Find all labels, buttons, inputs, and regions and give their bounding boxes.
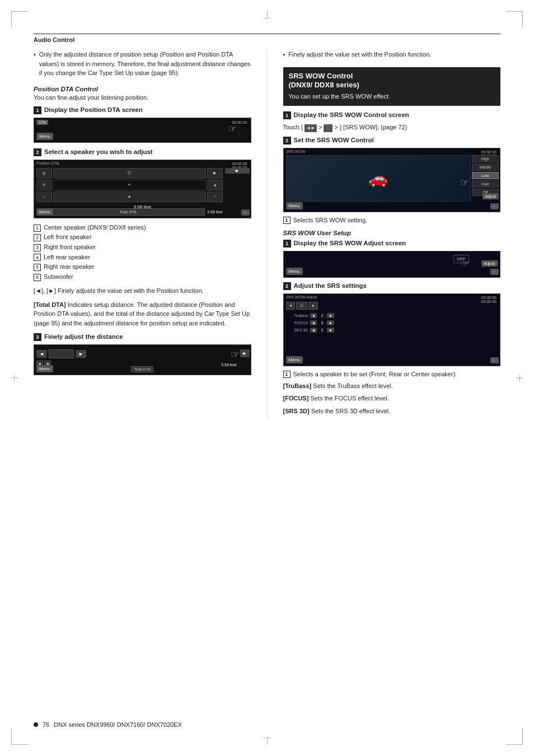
step2-label: Select a speaker you wish to adjust xyxy=(44,148,153,155)
srs3d-right[interactable]: ► xyxy=(327,328,334,333)
hand-icon-fine: ☞ xyxy=(231,348,240,361)
srs-step1-label: Display the SRS WOW Control screen xyxy=(294,111,409,118)
speaker-num-1: 1 xyxy=(34,225,41,232)
car-icon: 🚗 xyxy=(368,169,388,188)
speaker-label-3: Right front speaker xyxy=(44,242,96,253)
opt-user: User xyxy=(472,180,499,188)
footer-page: 76 xyxy=(43,721,49,728)
sp-sel-icon: ⊡ xyxy=(296,302,307,310)
speaker-label-5: Right rear speaker xyxy=(44,262,95,272)
arrow-row: ◄ ► xyxy=(36,349,86,358)
srs-step1-heading: 1 Display the SRS WOW Control screen xyxy=(283,111,501,119)
adj-screen-label: SRS WOW Adjust xyxy=(286,295,317,299)
srs3d-value: 2 xyxy=(318,328,325,332)
position-dta-title: Position DTA Control xyxy=(34,86,251,92)
sp-bot-right: ☞ xyxy=(207,192,223,202)
srs-step2-label: Set the SRS WOW Control xyxy=(294,137,374,143)
focus-right[interactable]: ► xyxy=(327,320,334,325)
back-btn-step2: ← xyxy=(241,209,250,216)
srs-screen-label: SRS WOW xyxy=(286,150,306,153)
trubass-right[interactable]: ► xyxy=(327,313,334,318)
sp-b-left: B xyxy=(36,168,52,179)
sp-b-right: ▶ xyxy=(207,168,223,179)
page-footer: 76 DNX series DNX9960/ DNX7160/ DNX7020E… xyxy=(34,721,500,728)
corner-mark-tr xyxy=(506,11,523,28)
speaker-num-3: 3 xyxy=(34,244,41,251)
value-fine: 5.58 feet xyxy=(221,363,236,367)
left-center-crosshair xyxy=(11,378,18,379)
setup-adjust-btn[interactable]: Adjust xyxy=(481,260,498,267)
srs-adjust-btn[interactable]: Adjust xyxy=(483,193,499,199)
srs-image-area: 🚗 xyxy=(286,155,471,202)
total-dta-btn: Total DTA xyxy=(51,208,205,216)
trubass-value: 2 xyxy=(318,314,325,318)
trubass-note-desc: Sets the TruBass effect level. xyxy=(313,382,392,389)
srs-step1-num: 1 xyxy=(283,111,291,119)
trubass-left[interactable]: ◄ xyxy=(310,313,317,318)
srs-menu-btn: Menu xyxy=(286,202,303,209)
step3-heading: 3 Finely adjust the distance xyxy=(34,333,251,341)
speaker-label-6: Subwoofer xyxy=(44,272,73,282)
speaker-num-4: 4 xyxy=(34,254,41,261)
adj-rows: TruBass ◄ 2 ► FOCUS ◄ 3 ► xyxy=(286,313,498,333)
right-panel: ▶ xyxy=(225,168,250,202)
footer-text: DNX series DNX9960/ DNX7160/ DNX7020EX xyxy=(54,721,182,728)
fine-adjust-note: [◄], [►] Finely adjusts the value set wi… xyxy=(34,286,251,296)
menu-btn-step2: Menu xyxy=(36,208,53,216)
speaker-item-1: 1 Center speaker (DNX9/ DDX8 series) xyxy=(34,223,251,233)
srs3d-note-desc: Sets the SRS 3D effect level. xyxy=(311,408,391,414)
right-bullet-dot: • xyxy=(283,50,285,59)
total-dta-value: 5.58 feet xyxy=(207,210,222,214)
corner-mark-tl xyxy=(11,11,28,28)
step3-num: 3 xyxy=(34,333,41,341)
opt-middle: Middle xyxy=(472,164,499,171)
focus-left[interactable]: ◄ xyxy=(310,320,317,325)
total-dta-fine: Total DTA xyxy=(131,366,153,372)
adj-time: 00:00:0000:00:00 xyxy=(480,295,498,304)
setup-step2-num: 2 xyxy=(283,282,291,290)
srs-back-btn: ← xyxy=(490,203,499,209)
setup-note1-num: 1 xyxy=(283,371,291,378)
setup-note1: 1 Selects a speaker to be set (Front, Re… xyxy=(283,371,501,378)
footer-dot xyxy=(34,722,38,727)
fine-adjust-note-text: [◄], [►] Finely adjusts the value set wi… xyxy=(34,287,204,294)
speaker-item-5: 5 Right rear speaker xyxy=(34,262,251,272)
empty-box xyxy=(49,349,74,358)
setup-step2-heading: 2 Adjust the SRS settings xyxy=(283,282,501,290)
corner-mark-br xyxy=(506,728,523,745)
position-dta-desc: You can fine-adjust your listening posit… xyxy=(34,94,251,102)
speaker-item-6: 6 Subwoofer xyxy=(34,272,251,282)
srs3d-row: SRS 3D ◄ 2 ► xyxy=(286,328,498,333)
opt-high: High xyxy=(472,155,499,162)
left-arrow-btn: ◄ xyxy=(36,350,47,358)
srs-wow-title-line1: SRS WOW Control xyxy=(289,72,353,80)
right-column: • Finely adjust the value set with the P… xyxy=(283,50,501,419)
nav-right-btn: ▶ xyxy=(225,168,250,174)
right-bullet-item: • Finely adjust the value set with the P… xyxy=(283,50,501,59)
touch-arrow-sep: > xyxy=(318,124,324,130)
focus-value: 3 xyxy=(318,321,325,325)
left-bullet-section: • Only the adjusted distance of position… xyxy=(34,50,251,78)
total-dta-note-desc: Indicates setup distance. The adjusted d… xyxy=(34,301,250,326)
srs-step2-heading: 2 Set the SRS WOW Control xyxy=(283,137,501,144)
setup-hand-icon: ☞ xyxy=(461,258,469,269)
note1-num: 1 xyxy=(283,217,291,224)
setup-back-btn: ← xyxy=(490,269,499,275)
srs-wow-screen: SRS WOW 00:00:0000:00:00 🚗 ☞ High Middle… xyxy=(283,148,501,212)
right-btns: ► xyxy=(240,349,250,357)
speaker-label-1: Center speaker (DNX9/ DDX8 series) xyxy=(44,223,146,233)
speaker-item-3: 3 Right front speaker xyxy=(34,242,251,253)
srs3d-left[interactable]: ◄ xyxy=(310,328,317,333)
sp-right-mid: ◄ xyxy=(207,180,223,190)
srs-wow-box: SRS WOW Control (DNX9/ DDX8 series) You … xyxy=(283,67,501,106)
srs-wow-title: SRS WOW Control (DNX9/ DDX8 series) xyxy=(289,72,495,91)
bullet-dot: • xyxy=(34,50,36,78)
step1-screen: Menu 00:00:00 ☞ DTA xyxy=(34,118,251,143)
focus-note-title: [FOCUS] xyxy=(283,395,309,402)
speaker-label-4: Left rear speaker xyxy=(44,253,90,263)
note1-text: Selects SRS WOW setting. xyxy=(293,217,368,223)
corner-mark-bl xyxy=(11,728,28,745)
sp-center: ✦ xyxy=(53,180,206,190)
right-fine-arrow: ► xyxy=(240,349,250,357)
speaker-list: 1 Center speaker (DNX9/ DDX8 series) 2 L… xyxy=(34,223,251,282)
